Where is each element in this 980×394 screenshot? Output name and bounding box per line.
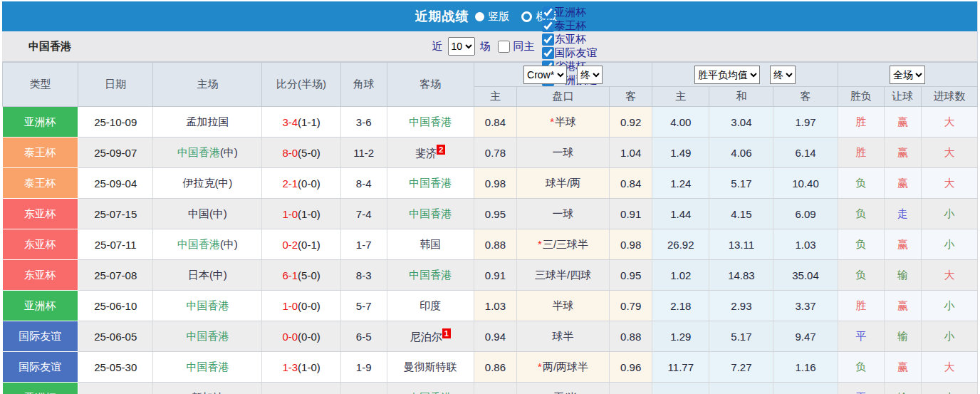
matches-label: 场	[480, 40, 491, 53]
mean-lose-cell: 6.14	[773, 138, 838, 168]
scope-group-header: 全场	[838, 63, 977, 87]
home-team-cell: 新加坡	[153, 383, 262, 394]
outcome-cell: 负	[838, 229, 884, 260]
col-mean-away: 客	[773, 87, 838, 107]
outcome-cell: 胜	[838, 291, 884, 321]
odds-home-cell: 1.03	[474, 291, 516, 321]
away-team-cell: 尼泊尔1	[387, 321, 474, 352]
recent-results-widget: 近期战绩 竖版 横版 中国香港 近 10 场 同主 亚洲杯泰王杯东亚杯国际友谊省…	[2, 1, 978, 394]
score-cell: 3-4(1-1)	[262, 107, 340, 138]
mean-win-cell: 26.92	[652, 229, 709, 260]
mean-win-cell: 11.77	[652, 352, 709, 383]
halftime-score: (1-0)	[298, 361, 320, 373]
home-team-name: 中国香港	[177, 146, 220, 158]
recent-count-select[interactable]: 10	[448, 37, 475, 56]
halftime-score: (0-0)	[298, 331, 320, 343]
fulltime-score: 2-1	[282, 177, 298, 190]
outcome-cell: 负	[838, 260, 884, 291]
corner-cell: 8-4	[340, 168, 387, 199]
odds-away-cell: 0.91	[610, 199, 652, 229]
competition-checkbox-0[interactable]	[542, 6, 554, 19]
competition-label-0: 亚洲杯	[555, 6, 587, 19]
competition-checkbox-1[interactable]	[542, 20, 554, 32]
score-cell: 8-0(5-0)	[262, 138, 340, 168]
away-team-cell: 印度	[387, 291, 474, 321]
home-team-cell: 伊拉克(中)	[153, 168, 262, 199]
away-team-cell: 曼彻斯特联	[387, 352, 474, 383]
type-badge: 亚洲杯	[3, 383, 78, 394]
date-cell: 25-07-15	[78, 199, 153, 229]
home-team-suffix: (中)	[220, 146, 238, 158]
halftime-score: (0-0)	[298, 177, 320, 190]
mean-win-cell: 1.29	[652, 321, 709, 352]
handicap-result-cell: 赢	[884, 138, 921, 168]
mean-win-cell: 1.44	[652, 199, 709, 229]
odds-away-cell: 0.96	[610, 383, 652, 394]
odds-home-cell: 0.84	[474, 107, 516, 138]
date-cell: 25-09-04	[78, 168, 153, 199]
table-row: 泰王杯25-09-04伊拉克(中)2-1(0-0)8-4中国香港0.98球半/两…	[3, 168, 978, 199]
fulltime-score: 0-0	[282, 392, 298, 394]
corner-cell: 3-6	[340, 107, 387, 138]
handicap-cell: *平/半	[516, 383, 609, 394]
odds-time-select-2[interactable]: 终	[770, 66, 796, 84]
score-cell: 2-1(0-0)	[262, 168, 340, 199]
corner-cell: 7-4	[340, 199, 387, 229]
mean-lose-cell: 2.29	[773, 383, 838, 394]
away-team-cell: 韩国	[387, 229, 474, 260]
handicap-cell: *三/三球半	[516, 229, 609, 260]
home-team-suffix: (中)	[220, 238, 238, 250]
odds-source-select[interactable]: Crow*	[523, 66, 567, 84]
mean-win-cell: 1.24	[652, 168, 709, 199]
handicap-cell: 一球	[516, 199, 609, 229]
outcome-cell: 胜	[838, 107, 884, 138]
home-team-name: 中国香港	[186, 299, 229, 311]
competition-checkbox-3[interactable]	[542, 47, 554, 59]
outcome-cell: 负	[838, 168, 884, 199]
col-date: 日期	[78, 63, 153, 107]
mean-draw-cell: 2.93	[709, 291, 773, 321]
odds-away-cell: 0.88	[610, 321, 652, 352]
mean-draw-cell: 3.04	[709, 107, 773, 138]
odds-time-select-1[interactable]: 终	[577, 66, 603, 84]
away-team-rank-badge: 1	[442, 328, 451, 338]
corner-cell: 6-5	[340, 321, 387, 352]
competition-filter-2: 东亚杯	[538, 33, 598, 46]
same-home-checkbox[interactable]	[498, 41, 510, 53]
competition-filter-1: 泰王杯	[538, 19, 598, 33]
table-row: 国际友谊25-05-30中国香港1-3(1-0)1-9曼彻斯特联0.86*两/两…	[3, 352, 978, 383]
away-team-name: 中国香港	[409, 177, 452, 189]
home-team-suffix: (中)	[209, 269, 227, 281]
away-team-name: 中国香港	[409, 115, 452, 128]
goals-result-cell: 小	[921, 229, 977, 260]
handicap-star: *	[538, 361, 542, 373]
table-row: 亚洲杯25-10-09孟加拉国3-4(1-1)3-6中国香港0.84*半球0.9…	[3, 107, 978, 138]
filter-bar: 中国香港 近 10 场 同主 亚洲杯泰王杯东亚杯国际友谊省港杯亚洲预选	[2, 31, 977, 62]
odds-away-cell: 0.92	[610, 107, 652, 138]
home-team-name: 日本	[188, 269, 209, 281]
type-badge: 亚洲杯	[3, 107, 78, 138]
scope-select[interactable]: 全场	[890, 66, 925, 84]
date-cell: 25-07-08	[78, 260, 153, 291]
mean-win-cell: 1.02	[652, 260, 709, 291]
type-badge: 东亚杯	[3, 260, 78, 291]
mean-lose-cell: 6.09	[773, 199, 838, 229]
type-badge: 国际友谊	[3, 321, 78, 352]
fulltime-score: 1-0	[282, 208, 298, 220]
type-badge: 泰王杯	[3, 168, 78, 199]
handicap-star: *	[538, 238, 542, 250]
away-team-name: 尼泊尔	[410, 331, 442, 343]
home-team-cell: 孟加拉国	[153, 107, 262, 138]
goals-result-cell: 小	[921, 383, 977, 394]
halftime-score: (0-0)	[298, 392, 320, 394]
goals-result-cell: 大	[921, 138, 977, 168]
table-row: 东亚杯25-07-11中国香港(中)0-2(0-1)1-7韩国0.88*三/三球…	[3, 229, 978, 260]
odds-away-cell: 1.04	[610, 138, 652, 168]
mean-lose-cell: 1.03	[773, 229, 838, 260]
competition-checkbox-2[interactable]	[542, 33, 554, 46]
home-team-cell: 中国香港(中)	[153, 229, 262, 260]
mean-type-select[interactable]: 胜平负均值	[694, 66, 760, 84]
mean-lose-cell: 1.16	[773, 352, 838, 383]
competition-filter-3: 国际友谊	[538, 46, 598, 60]
handicap-cell: 一球	[516, 138, 609, 168]
